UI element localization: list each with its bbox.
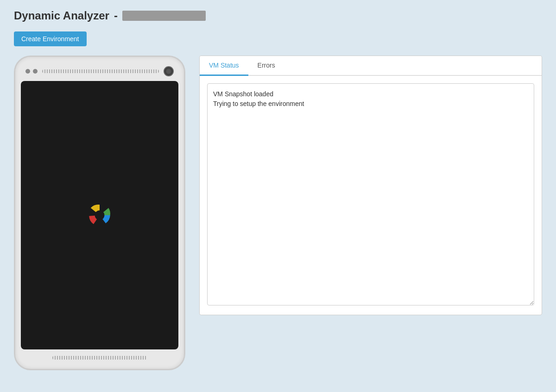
phone-dot-1 (25, 69, 30, 74)
phone-mockup (14, 56, 185, 370)
title-input[interactable] (122, 11, 206, 21)
right-panel: VM Status Errors VM Snapshot loaded Tryi… (199, 56, 542, 315)
page-title: Dynamic Analyzer (14, 9, 109, 22)
phone-speaker-bottom (52, 356, 147, 360)
phone-dot-2 (33, 69, 38, 74)
phone-camera-dots (25, 69, 38, 74)
phone-camera-lens (164, 66, 174, 76)
tab-errors[interactable]: Errors (248, 56, 284, 76)
title-separator: - (114, 9, 118, 22)
create-environment-button[interactable]: Create Environment (14, 31, 87, 46)
phone-speaker-top (42, 69, 159, 73)
main-content: VM Status Errors VM Snapshot loaded Tryi… (14, 56, 542, 370)
tab-vm-status[interactable]: VM Status (200, 56, 248, 76)
phone-screen (21, 81, 178, 349)
vm-status-textarea[interactable]: VM Snapshot loaded Trying to setup the e… (207, 83, 534, 305)
page-header: Dynamic Analyzer - (14, 9, 542, 22)
phone-top-bar (21, 64, 178, 81)
svg-point-0 (95, 211, 105, 220)
tab-content-vm-status: VM Snapshot loaded Trying to setup the e… (200, 76, 542, 315)
loading-spinner-icon (83, 199, 116, 231)
tabs-header: VM Status Errors (200, 56, 542, 76)
